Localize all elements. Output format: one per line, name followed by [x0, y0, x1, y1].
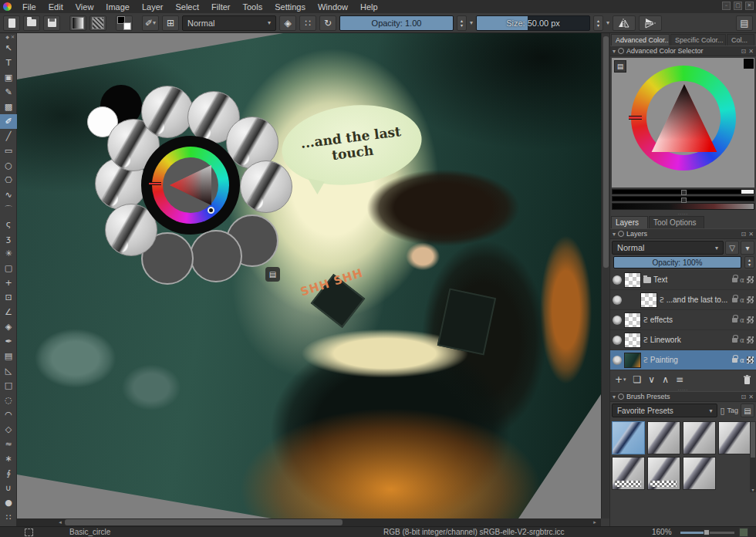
scroll-right-icon[interactable]: ▸: [590, 518, 599, 526]
collapse-icon[interactable]: ▾: [613, 393, 616, 400]
mirror-vertical-button[interactable]: [639, 15, 662, 31]
current-color-swatch[interactable]: [744, 59, 754, 69]
workspace-chooser-button[interactable]: ▤: [736, 15, 753, 31]
inherit-alpha-icon[interactable]: [747, 336, 754, 343]
advanced-color-selector[interactable]: ▤: [612, 58, 754, 187]
tool-text[interactable]: T: [0, 56, 17, 70]
tool-move[interactable]: +: [0, 275, 17, 290]
preset-scrollbar[interactable]: ▾: [750, 421, 756, 492]
tool-magnetic-select[interactable]: ∪: [0, 481, 17, 495]
tool-ellipse-select[interactable]: ◌: [0, 393, 17, 407]
menu-item-file[interactable]: File: [17, 2, 42, 12]
brush-preset-airbrush[interactable]: [718, 421, 751, 454]
menu-item-settings[interactable]: Settings: [269, 2, 311, 12]
new-document-button[interactable]: [3, 15, 20, 31]
menu-item-view[interactable]: View: [70, 2, 100, 12]
canvas-only-button[interactable]: [739, 528, 748, 537]
tool-polyline[interactable]: ∿: [0, 187, 17, 202]
tool-similar-select[interactable]: ≈: [0, 437, 17, 451]
tool-freehand-path[interactable]: ς: [0, 217, 17, 231]
layers-docker-header[interactable]: ▾ Layers ⊡ ✕: [610, 228, 756, 239]
tab-advanced-color[interactable]: Advanced Color...: [611, 34, 670, 46]
strip-splitter[interactable]: [680, 189, 687, 210]
tool-crop[interactable]: ⊡: [0, 290, 17, 305]
blend-mode-dropdown[interactable]: Normal ▾: [182, 15, 276, 31]
zoom-slider-knob[interactable]: [704, 529, 710, 535]
eraser-mode-button[interactable]: ◈: [279, 15, 296, 31]
gradient-chooser-button[interactable]: [69, 15, 86, 31]
tool-reference[interactable]: ●: [0, 495, 17, 510]
tool-ellipse[interactable]: ○: [0, 158, 17, 173]
add-layer-button[interactable]: +▾: [615, 374, 626, 385]
horizontal-scrollbar[interactable]: ◂ ▸: [17, 518, 601, 526]
tool-bezier-curve[interactable]: ⌒: [0, 202, 17, 217]
chevron-down-icon[interactable]: ▾: [606, 19, 609, 26]
layer-view-dropdown[interactable]: ▾: [741, 241, 754, 255]
alpha-lock-icon[interactable]: α: [740, 336, 744, 344]
tag-bookmark-icon[interactable]: ▯: [720, 406, 724, 416]
palette-color-cursor[interactable]: [208, 207, 214, 214]
alpha-lock-icon[interactable]: α: [740, 296, 744, 304]
lock-icon[interactable]: [732, 278, 737, 282]
canvas-area[interactable]: ...and the last touch SHH SHH ▤: [17, 33, 601, 518]
tool-rectangle[interactable]: ▭: [0, 144, 17, 158]
scroll-left-icon[interactable]: ◂: [56, 518, 65, 526]
tab-tool-options[interactable]: Tool Options: [649, 216, 704, 228]
scroll-down-icon[interactable]: ▾: [750, 487, 756, 492]
brush-preset-eraser[interactable]: [612, 457, 645, 490]
layer-blend-mode-dropdown[interactable]: Normal ▾: [612, 241, 724, 255]
tool-assistants[interactable]: ∠: [0, 305, 17, 319]
close-button[interactable]: ✕: [745, 2, 754, 10]
tool-bezier-select[interactable]: ∮: [0, 466, 17, 481]
brush-preset-ink-liner[interactable]: [683, 457, 716, 490]
chevron-down-icon[interactable]: ▾: [470, 19, 473, 26]
save-document-button[interactable]: [43, 15, 60, 31]
float-icon[interactable]: ⊡: [741, 393, 747, 400]
collapse-icon[interactable]: ▾: [613, 48, 616, 55]
tool-edit-shapes[interactable]: ▣: [0, 70, 17, 85]
layer-row-text[interactable]: Text α: [610, 270, 756, 290]
tool-dynamic-brush[interactable]: ʒ: [0, 231, 17, 246]
tool-gradient-tool[interactable]: ◺: [0, 363, 17, 378]
layer-filter-button[interactable]: ▽: [725, 241, 739, 255]
preserve-alpha-button[interactable]: ∷: [299, 15, 316, 31]
selector-settings-button[interactable]: ▤: [614, 60, 626, 73]
tool-line[interactable]: ╱: [0, 129, 17, 144]
lock-icon[interactable]: [732, 318, 737, 323]
layer-row-linework[interactable]: Ƨ Linework α: [610, 330, 756, 350]
tool-contiguous-select[interactable]: ∗: [0, 451, 17, 466]
opacity-spinner[interactable]: ▴▾: [457, 15, 467, 31]
tool-select-shapes[interactable]: ↖: [0, 41, 17, 56]
layer-opacity-spinner[interactable]: ▴▾: [744, 256, 754, 268]
menu-item-edit[interactable]: Edit: [43, 2, 69, 12]
size-slider[interactable]: Size: 50.00 px: [476, 15, 590, 31]
move-layer-down-button[interactable]: ∨: [648, 374, 655, 385]
tool-polygonal-select[interactable]: ◇: [0, 422, 17, 437]
tool-transform[interactable]: ▢: [0, 261, 17, 275]
tag-label[interactable]: Tag: [727, 407, 738, 414]
group-folder-icon[interactable]: [643, 277, 651, 283]
tool-gradient-edit[interactable]: ▩: [0, 100, 17, 114]
open-document-button[interactable]: [23, 15, 40, 31]
float-icon[interactable]: ⊡: [741, 48, 747, 55]
inherit-alpha-icon[interactable]: [747, 316, 754, 323]
preset-view-button[interactable]: ▤: [741, 404, 754, 417]
inherit-alpha-icon[interactable]: [747, 276, 754, 283]
tool-fill[interactable]: ◈: [0, 319, 17, 334]
tool-freehand-brush[interactable]: ✐: [0, 114, 17, 129]
brush-preset-ink-pen[interactable]: [612, 421, 645, 454]
zoom-slider[interactable]: [680, 532, 734, 534]
visibility-eye-icon[interactable]: [613, 336, 622, 345]
layer-row-and-the-last[interactable]: Ƨ ...and the last to... α: [610, 290, 756, 310]
brush-editor-button[interactable]: ⊞: [162, 15, 179, 31]
menu-item-image[interactable]: Image: [100, 2, 135, 12]
delete-layer-button[interactable]: [743, 375, 751, 385]
tool-freehand-select[interactable]: ◠: [0, 407, 17, 422]
visibility-eye-icon[interactable]: [613, 356, 622, 365]
palette-brush-slot-round-brush[interactable]: [141, 86, 194, 138]
fg-bg-color-button[interactable]: [116, 15, 133, 31]
brush-presets-header[interactable]: ▾ Brush Presets ⊡ ✕: [610, 391, 756, 402]
lock-icon[interactable]: [732, 298, 737, 302]
layer-opacity-slider[interactable]: Opacity: 100%: [613, 256, 741, 268]
opacity-slider[interactable]: Opacity: 1.00: [339, 15, 454, 31]
